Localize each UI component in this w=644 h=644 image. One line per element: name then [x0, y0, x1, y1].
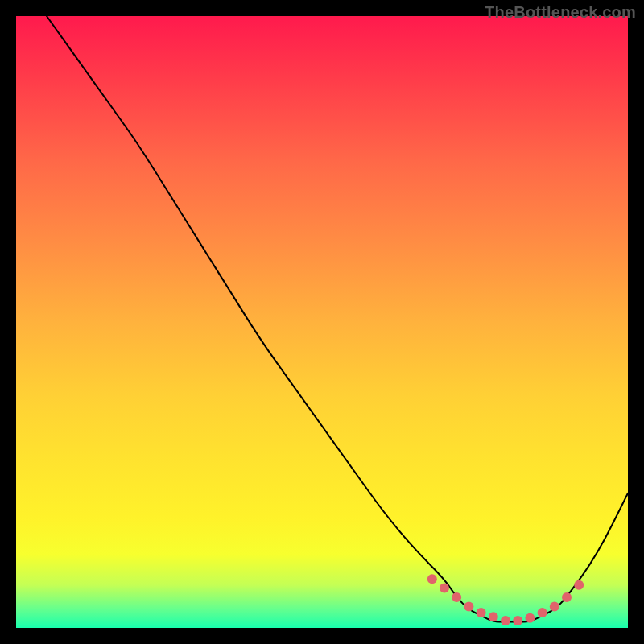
marker-dot — [501, 616, 510, 625]
marker-dot — [489, 612, 498, 621]
marker-dot — [477, 608, 486, 617]
marker-dot — [427, 574, 437, 584]
marker-dot — [538, 608, 547, 617]
marker-dot — [525, 613, 535, 623]
curve-svg — [16, 16, 628, 628]
highlighted-region — [427, 574, 584, 625]
marker-dot — [550, 601, 559, 611]
bottleneck-curve — [47, 16, 628, 621]
marker-dot — [513, 616, 522, 625]
chart-frame: TheBottleneck.com — [0, 0, 644, 644]
marker-dot — [452, 592, 461, 602]
marker-dot — [464, 601, 473, 611]
marker-dot — [440, 584, 449, 593]
watermark-text: TheBottleneck.com — [485, 3, 636, 22]
marker-dot — [562, 592, 572, 602]
plot-area — [16, 16, 628, 628]
marker-dot — [574, 580, 584, 590]
